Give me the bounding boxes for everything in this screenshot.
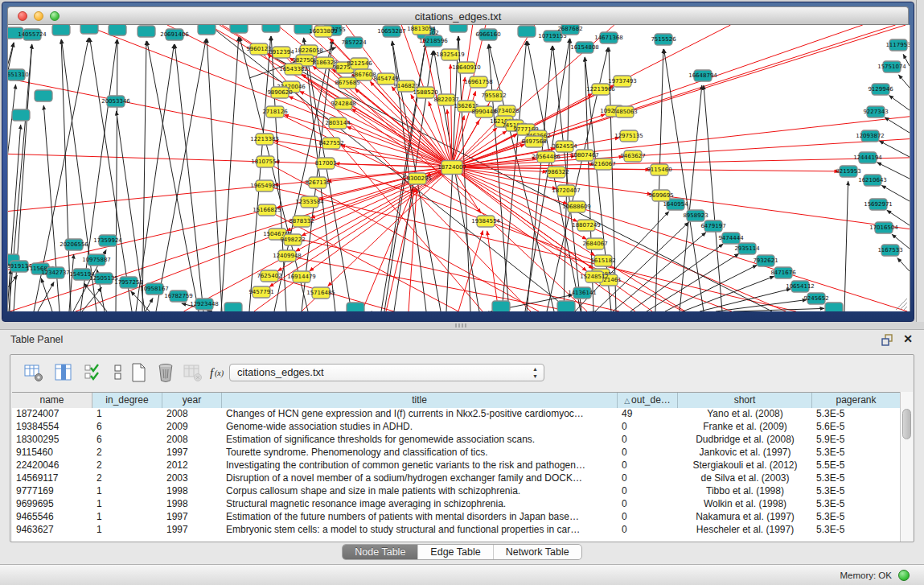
network-node[interactable]: 6479197 bbox=[700, 220, 725, 232]
network-node[interactable] bbox=[198, 25, 216, 35]
network-node[interactable]: 10654112 bbox=[786, 281, 815, 292]
network-node[interactable] bbox=[262, 25, 280, 32]
column-header-title[interactable]: title bbox=[222, 393, 618, 408]
network-node[interactable]: 16648794 bbox=[688, 70, 717, 81]
network-node[interactable]: 7515526 bbox=[651, 34, 676, 45]
new-file-button[interactable] bbox=[128, 362, 149, 383]
network-node[interactable] bbox=[492, 301, 510, 311]
network-node[interactable]: 14136141 bbox=[568, 287, 597, 299]
table-row[interactable]: 969969511998Structural magnetic resonanc… bbox=[12, 498, 901, 511]
network-node[interactable]: 7986322 bbox=[544, 167, 569, 178]
network-node[interactable]: 8471676 bbox=[770, 267, 796, 278]
network-node[interactable]: 16154808 bbox=[570, 42, 599, 53]
network-node[interactable]: 6497568 bbox=[521, 136, 546, 147]
network-node[interactable]: 19654985 bbox=[250, 180, 279, 192]
network-node[interactable]: 18724007 bbox=[437, 161, 466, 175]
network-node[interactable]: 16914479 bbox=[287, 271, 316, 282]
column-header-year[interactable]: year bbox=[162, 393, 222, 408]
network-node[interactable] bbox=[557, 301, 575, 311]
network-node[interactable]: 8675685 bbox=[335, 77, 359, 89]
network-node[interactable]: 7955812 bbox=[481, 90, 506, 101]
delete-rows-trash-button[interactable] bbox=[155, 362, 176, 383]
column-header-name[interactable]: name bbox=[12, 393, 92, 408]
network-node[interactable] bbox=[109, 25, 126, 35]
network-node[interactable]: 18107554 bbox=[251, 156, 280, 167]
row-height-button[interactable] bbox=[107, 362, 128, 383]
table-row[interactable]: 1872400712008Changes of HCN gene express… bbox=[12, 408, 901, 421]
table-settings-button[interactable] bbox=[23, 362, 44, 383]
table-row[interactable]: 977716911998Corpus callosum shape and si… bbox=[12, 485, 901, 498]
table-row[interactable]: 946554611997Estimation of the future num… bbox=[12, 511, 901, 524]
network-node[interactable]: 8990448 bbox=[471, 106, 496, 117]
network-node[interactable] bbox=[450, 25, 467, 32]
canvas-resize-grip[interactable] bbox=[896, 299, 907, 310]
network-node[interactable]: 14671368 bbox=[594, 32, 623, 43]
network-node[interactable]: 7485063 bbox=[612, 106, 637, 117]
horizontal-splitter[interactable] bbox=[0, 322, 924, 329]
network-node[interactable]: 9242848 bbox=[331, 98, 355, 109]
table-row[interactable]: 946362711997Embryonic stem cells: a mode… bbox=[12, 524, 901, 537]
network-node[interactable]: 8215953 bbox=[836, 166, 860, 177]
network-node[interactable]: 6216067 bbox=[590, 159, 615, 170]
network-node[interactable]: 2718126 bbox=[262, 106, 288, 117]
network-node[interactable]: 8267130 bbox=[305, 177, 330, 188]
network-node[interactable]: 8212546 bbox=[347, 58, 372, 69]
network-node[interactable] bbox=[138, 26, 155, 37]
network-node[interactable]: 9245652 bbox=[803, 293, 828, 304]
network-node[interactable]: 8427552 bbox=[318, 138, 343, 149]
network-node[interactable]: 2935114 bbox=[734, 243, 760, 254]
network-node[interactable]: 1615182 bbox=[590, 255, 615, 266]
network-node[interactable] bbox=[52, 25, 70, 35]
network-node[interactable]: 2651310 bbox=[8, 69, 29, 80]
network-node[interactable] bbox=[224, 303, 242, 311]
window-title-bar[interactable]: citations_edges.txt bbox=[7, 6, 909, 25]
memory-ok-indicator[interactable] bbox=[898, 570, 910, 581]
network-node[interactable]: 12213966 bbox=[586, 84, 615, 95]
table-row[interactable]: 911546021997Tourette syndrome. Phenomeno… bbox=[12, 447, 901, 459]
network-node[interactable]: 1117953 bbox=[885, 39, 910, 51]
network-node[interactable]: 9227343 bbox=[863, 106, 888, 117]
network-node[interactable]: 8958923 bbox=[683, 210, 708, 221]
network-node[interactable]: 7857224 bbox=[341, 37, 367, 48]
network-node[interactable]: 15692971 bbox=[864, 199, 893, 210]
network-node[interactable]: 7625402 bbox=[257, 270, 281, 282]
network-node[interactable]: 16210643 bbox=[858, 175, 887, 186]
tab-node-table[interactable]: Node Table bbox=[343, 545, 418, 559]
column-header-out_de[interactable]: △out_de… bbox=[618, 393, 678, 408]
network-node[interactable] bbox=[230, 25, 248, 33]
network-node[interactable]: 9115460 bbox=[647, 164, 671, 175]
network-node[interactable]: 2684067 bbox=[582, 238, 607, 249]
table-row[interactable]: 2242004622012Investigating the contribut… bbox=[12, 459, 901, 472]
network-node[interactable]: 10653287 bbox=[377, 26, 406, 37]
network-node[interactable]: 2803144 bbox=[325, 117, 351, 129]
table-scrollbar[interactable] bbox=[900, 392, 913, 542]
network-node[interactable]: 15716485 bbox=[306, 287, 335, 299]
network-node[interactable]: 20206556 bbox=[60, 239, 88, 250]
column-header-pagerank[interactable]: pagerank bbox=[812, 393, 901, 408]
network-node[interactable]: 9890620 bbox=[267, 87, 292, 98]
network-node[interactable]: 20053346 bbox=[101, 96, 130, 107]
network-node[interactable]: 17957253 bbox=[114, 277, 143, 288]
network-node[interactable]: 9457791 bbox=[248, 286, 273, 298]
table-row[interactable]: 1938455462009Genome-wide association stu… bbox=[12, 421, 901, 434]
network-node[interactable] bbox=[35, 90, 52, 101]
network-node[interactable]: 2687682 bbox=[557, 25, 582, 35]
close-panel-icon[interactable]: ✕ bbox=[903, 332, 913, 345]
table-selector[interactable]: citations_edges.txt ▲▼ bbox=[229, 364, 544, 381]
network-node[interactable]: 9463627 bbox=[620, 150, 645, 162]
network-node[interactable]: 9699695 bbox=[648, 190, 673, 201]
select-rows-button[interactable] bbox=[83, 362, 104, 383]
network-node[interactable]: 817003 bbox=[315, 158, 337, 169]
network-node[interactable]: 9129946 bbox=[868, 84, 893, 95]
splitter-handle-icon[interactable] bbox=[455, 323, 468, 328]
column-header-short[interactable]: short bbox=[678, 393, 812, 408]
network-node[interactable] bbox=[825, 303, 843, 311]
network-node[interactable]: 6966160 bbox=[475, 29, 500, 40]
network-node[interactable]: 9960123 bbox=[246, 43, 271, 55]
network-node[interactable] bbox=[518, 26, 536, 37]
network-node[interactable]: 7932621 bbox=[753, 255, 778, 266]
network-node[interactable]: 12923448 bbox=[190, 299, 219, 310]
network-node[interactable]: 15751074 bbox=[877, 61, 906, 72]
network-node[interactable]: 6734028 bbox=[494, 105, 519, 117]
network-node[interactable]: 20691406 bbox=[160, 29, 189, 40]
